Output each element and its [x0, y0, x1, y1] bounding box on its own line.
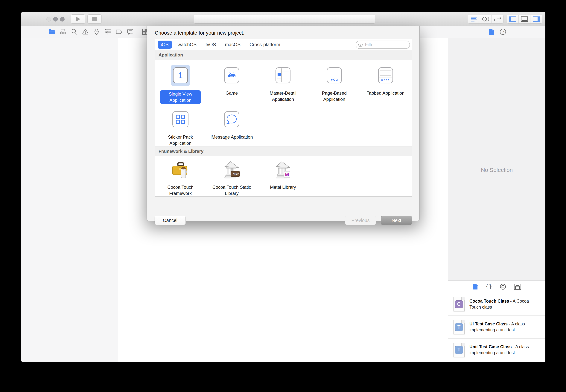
test-navigator-tab[interactable]	[93, 28, 100, 35]
file-template-library-icon[interactable]	[473, 284, 478, 290]
file-template-list: C Cocoa Touch Class - A Cocoa Touch clas…	[448, 293, 545, 362]
object-library-icon[interactable]	[500, 283, 506, 290]
debug-navigator-tab[interactable]	[104, 28, 111, 35]
template-sticker-pack-application[interactable]: Sticker Pack Application	[155, 104, 206, 146]
master-detail-icon	[276, 67, 290, 84]
search-icon	[71, 29, 77, 35]
template-label: Cocoa Touch Framework	[159, 184, 202, 196]
template-master-detail-application[interactable]: Master-Detail Application	[257, 60, 309, 104]
touch-badge-label: Touch	[231, 172, 239, 176]
new-project-dialog: Choose a template for your new project: …	[146, 26, 420, 221]
tab-cross-platform[interactable]: Cross-platform	[246, 41, 283, 49]
template-chooser: iOS watchOS tvOS macOS Cross-platform Ap…	[155, 39, 412, 196]
template-filter-input[interactable]	[365, 42, 407, 47]
template-filter-field[interactable]	[356, 41, 410, 49]
assistant-editor-button[interactable]	[480, 15, 492, 23]
svg-text:★: ★	[381, 78, 383, 81]
cancel-button[interactable]: Cancel	[155, 216, 186, 225]
template-label: Game	[210, 90, 253, 96]
single-view-icon: 1	[173, 67, 188, 84]
template-label: Master-Detail Application	[261, 90, 305, 102]
inspector-pane: No Selection {} C Cocoa Touch Class - A …	[448, 38, 545, 362]
page-based-icon	[327, 67, 342, 84]
debug-area-icon	[521, 16, 528, 22]
stop-button[interactable]	[87, 14, 102, 24]
sticker-pack-icon	[172, 111, 189, 127]
library-bank-icon: Touch	[222, 161, 241, 180]
toolbox-icon	[171, 161, 190, 180]
toolbar	[21, 12, 545, 26]
template-label: Tabbed Application	[364, 90, 407, 96]
template-label: Single View Application	[160, 90, 201, 104]
standard-editor-button[interactable]	[468, 15, 480, 23]
template-game[interactable]: Game	[206, 60, 257, 104]
stop-icon	[92, 17, 97, 21]
template-imessage-application[interactable]: iMessage Application	[206, 104, 257, 146]
list-item[interactable]: C Cocoa Touch Class - A Cocoa Touch clas…	[448, 293, 545, 316]
toggle-inspector-button[interactable]	[530, 15, 542, 23]
warning-triangle-icon	[82, 29, 88, 35]
template-cocoa-touch-static-library[interactable]: Touch Cocoa Touch Static Library	[206, 156, 257, 196]
file-template-text: Unit Test Case Class - A class implement…	[469, 344, 535, 356]
report-navigator-tab[interactable]	[127, 28, 134, 35]
symbol-navigator-tab[interactable]	[59, 28, 66, 35]
imessage-icon	[224, 111, 239, 127]
tab-tvos[interactable]: tvOS	[202, 41, 219, 49]
application-template-grid: 1 Single View Application Game Master-De…	[155, 60, 412, 146]
assistant-editor-icon	[482, 17, 489, 22]
toggle-navigator-button[interactable]	[507, 15, 519, 23]
class-badge: T	[455, 323, 463, 331]
file-inspector-tab[interactable]	[488, 28, 495, 35]
inspector-panel-icon	[533, 16, 540, 22]
template-metal-library[interactable]: M Metal Library	[257, 156, 309, 196]
close-window-button[interactable]	[46, 17, 51, 22]
navigator-panel-icon	[509, 16, 516, 22]
template-cocoa-touch-framework[interactable]: Cocoa Touch Framework	[155, 156, 206, 196]
template-page-based-application[interactable]: Page-Based Application	[309, 60, 360, 104]
previous-button[interactable]: Previous	[345, 216, 376, 225]
game-icon	[224, 67, 239, 84]
find-navigator-tab[interactable]	[71, 28, 78, 35]
version-editor-button[interactable]	[492, 15, 503, 23]
section-header-application: Application	[155, 50, 412, 60]
standard-editor-icon	[471, 17, 477, 22]
project-navigator-tab[interactable]	[48, 28, 55, 35]
no-selection-label: No Selection	[448, 167, 545, 173]
template-label: Cocoa Touch Static Library	[210, 184, 253, 196]
run-button[interactable]	[71, 14, 85, 24]
master-detail-glyph	[277, 69, 289, 82]
list-item[interactable]: T UI Test Case Class - A class implement…	[448, 316, 545, 338]
template-single-view-application[interactable]: 1 Single View Application	[155, 60, 206, 104]
dialog-title: Choose a template for your new project:	[155, 30, 245, 36]
navigator-pane	[21, 38, 118, 362]
tabbed-icon: ★	[378, 67, 393, 84]
template-tabbed-application[interactable]: ★ Tabbed Application	[360, 60, 411, 104]
tab-watchos[interactable]: watchOS	[174, 41, 200, 49]
media-library-icon[interactable]	[514, 284, 521, 290]
file-template-thumbnail: T	[453, 320, 464, 334]
space-invader-glyph	[228, 72, 235, 79]
tab-macos[interactable]: macOS	[222, 41, 244, 49]
sticker-grid-glyph	[175, 114, 185, 124]
breakpoint-navigator-tab[interactable]	[116, 28, 123, 35]
filter-icon	[358, 42, 363, 47]
list-item[interactable]: T Unit Test Case Class - A class impleme…	[448, 338, 545, 361]
message-bubble-glyph	[227, 114, 237, 124]
quick-help-tab[interactable]: ?	[499, 28, 507, 35]
selection-highlight: 1	[171, 65, 190, 86]
minimize-window-button[interactable]	[53, 17, 58, 22]
next-button[interactable]: Next	[381, 216, 412, 225]
tab-ios[interactable]: iOS	[158, 41, 172, 49]
tabbed-glyph: ★	[379, 69, 392, 82]
file-template-text: UI Test Case Class - A class implementin…	[469, 321, 535, 333]
issue-navigator-tab[interactable]	[82, 28, 89, 35]
code-snippet-library-icon[interactable]: {}	[486, 284, 492, 290]
play-icon	[76, 16, 80, 22]
symbol-hierarchy-icon	[60, 29, 66, 35]
class-badge: C	[455, 300, 463, 308]
template-label: Page-Based Application	[313, 90, 356, 102]
report-bubble-icon	[127, 29, 133, 35]
zoom-window-button[interactable]	[60, 17, 65, 22]
toggle-debug-area-button[interactable]	[519, 15, 530, 23]
version-editor-icon	[494, 17, 501, 22]
